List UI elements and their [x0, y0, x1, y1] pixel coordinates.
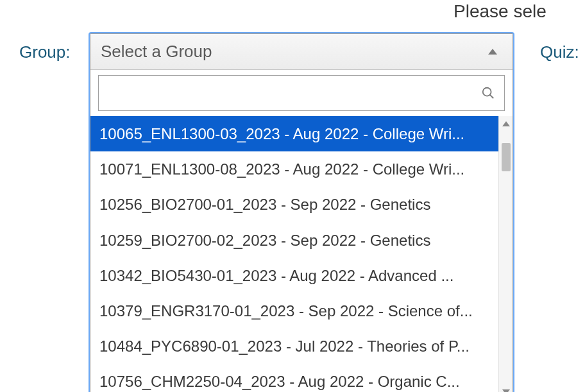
group-option[interactable]: 10379_ENGR3170-01_2023 - Sep 2022 - Scie… — [90, 293, 498, 328]
group-option[interactable]: 10071_ENL1300-08_2023 - Aug 2022 - Colle… — [90, 151, 498, 187]
page-instruction-partial: Please sele — [454, 1, 547, 22]
scrollbar-arrow-down-icon[interactable] — [502, 389, 510, 393]
group-dropdown-options-list: 10065_ENL1300-03_2023 - Aug 2022 - Colle… — [90, 116, 498, 392]
group-dropdown-search-input[interactable] — [108, 76, 481, 110]
scrollbar-arrow-up-icon[interactable] — [502, 121, 510, 126]
group-option[interactable]: 10484_PYC6890-01_2023 - Jul 2022 - Theor… — [90, 328, 498, 364]
group-option[interactable]: 10065_ENL1300-03_2023 - Aug 2022 - Colle… — [90, 116, 498, 151]
group-dropdown-toggle[interactable]: Select a Group — [90, 34, 513, 70]
group-option[interactable]: 10756_CHM2250-04_2023 - Aug 2022 - Organ… — [90, 364, 498, 392]
group-dropdown-search-row — [90, 70, 513, 116]
svg-line-1 — [490, 95, 494, 99]
group-dropdown-placeholder: Select a Group — [101, 42, 212, 62]
quiz-label: Quiz: — [540, 42, 579, 62]
group-option[interactable]: 10342_BIO5430-01_2023 - Aug 2022 - Advan… — [90, 258, 498, 293]
group-label: Group: — [19, 42, 71, 62]
scrollbar-thumb[interactable] — [502, 143, 511, 171]
group-option[interactable]: 10256_BIO2700-01_2023 - Sep 2022 - Genet… — [90, 187, 498, 222]
scrollbar-track[interactable] — [498, 116, 513, 392]
group-dropdown: Select a Group 10065_ENL1300-03_2023 - A… — [90, 33, 513, 392]
search-icon — [481, 86, 495, 100]
group-option[interactable]: 10259_BIO2700-02_2023 - Sep 2022 - Genet… — [90, 223, 498, 258]
chevron-up-icon — [488, 49, 497, 55]
svg-point-0 — [483, 88, 491, 96]
group-dropdown-search-box — [98, 75, 505, 111]
group-dropdown-options-wrapper: 10065_ENL1300-03_2023 - Aug 2022 - Colle… — [90, 116, 513, 392]
